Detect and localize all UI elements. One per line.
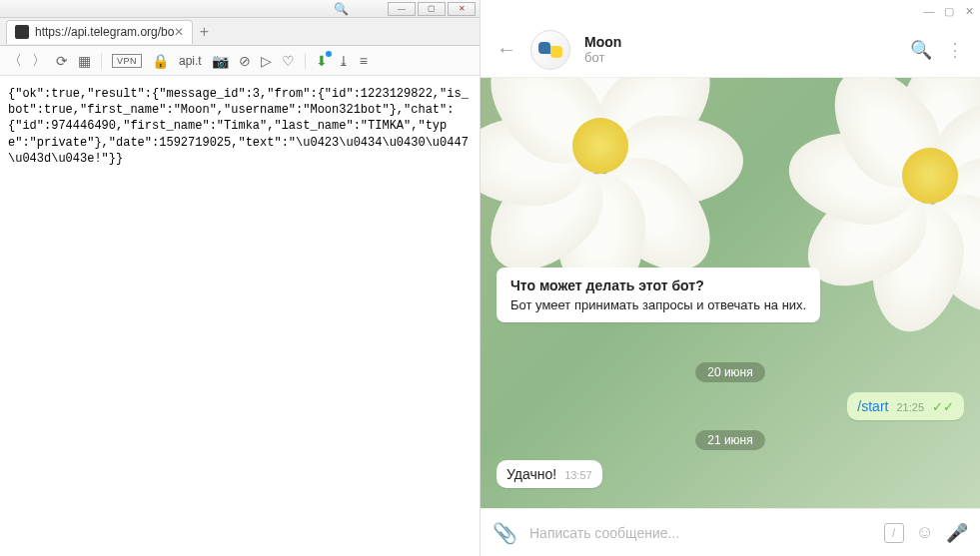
message-time: 21:25 (896, 401, 924, 413)
telegram-titlebar: — ▢ ✕ (481, 0, 980, 22)
window-minimize-button[interactable]: — (388, 2, 416, 16)
message-text: Удачно! (506, 466, 556, 482)
nav-forward-icon[interactable]: 〉 (32, 52, 46, 70)
more-icon[interactable]: ⋮ (946, 39, 964, 61)
bot-info-desc: Бот умеет принимать запросы и отвечать н… (510, 297, 806, 312)
bot-info-card: Что может делать этот бот? Бот умеет при… (496, 268, 820, 322)
chat-subtitle: бот (584, 50, 621, 65)
chat-title-block[interactable]: Moon бот (584, 34, 621, 65)
new-tab-button[interactable]: + (193, 23, 215, 41)
browser-tabbar: https://api.telegram.org/bo ✕ + (0, 18, 480, 46)
message-input[interactable] (529, 525, 872, 541)
chat-name: Moon (584, 34, 621, 50)
favicon-icon (15, 25, 29, 39)
bot-info-title: Что может делать этот бот? (510, 278, 806, 293)
address-text[interactable]: api.t (179, 54, 202, 68)
response-body[interactable]: {"ok":true,"result":{"message_id":3,"fro… (0, 76, 480, 556)
emoji-icon[interactable]: ☺ (916, 522, 934, 543)
window-close-button[interactable]: ✕ (448, 2, 476, 16)
chat-avatar[interactable] (530, 30, 570, 70)
tg-maximize-button[interactable]: ▢ (942, 4, 956, 18)
attach-icon[interactable]: 📎 (492, 521, 517, 545)
window-maximize-button[interactable]: ▢ (418, 2, 446, 16)
voice-icon[interactable]: 🎤 (946, 522, 968, 544)
message-text: /start (857, 398, 888, 414)
send-icon[interactable]: ▷ (261, 53, 272, 69)
tab-close-icon[interactable]: ✕ (174, 25, 184, 39)
messages-scroll[interactable]: Что может делать этот бот? Бот умеет при… (481, 78, 980, 508)
separator (101, 53, 102, 69)
search-icon[interactable]: 🔍 (334, 2, 349, 16)
message-time: 13:57 (564, 469, 592, 481)
date-separator: 21 июня (695, 430, 765, 450)
download-tray-icon[interactable]: ⤓ (338, 53, 350, 69)
chat-area: Что может делать этот бот? Бот умеет при… (481, 78, 980, 508)
browser-toolbar: 〈 〉 ⟳ ▦ VPN 🔒 api.t 📷 ⊘ ▷ ♡ ⬇ ⤓ ≡ (0, 46, 480, 76)
browser-window: 🔍 — ▢ ✕ https://api.telegram.org/bo ✕ + … (0, 0, 481, 556)
heart-icon[interactable]: ♡ (282, 53, 295, 69)
browser-titlebar: 🔍 — ▢ ✕ (0, 0, 480, 18)
outgoing-message[interactable]: /start 21:25 ✓✓ (847, 392, 964, 420)
python-icon (538, 38, 562, 62)
tg-minimize-button[interactable]: — (922, 4, 936, 18)
browser-tab[interactable]: https://api.telegram.org/bo ✕ (6, 20, 193, 44)
tiles-icon[interactable]: ▦ (78, 53, 91, 69)
incoming-message[interactable]: Удачно! 13:57 (496, 460, 602, 488)
download-arrow-icon[interactable]: ⬇ (316, 53, 328, 69)
message-input-bar: 📎 / ☺ 🎤 (481, 508, 980, 556)
telegram-window: — ▢ ✕ ← Moon бот 🔍 ⋮ (481, 0, 980, 556)
tg-close-button[interactable]: ✕ (962, 4, 976, 18)
menu-icon[interactable]: ≡ (360, 53, 368, 69)
reload-icon[interactable]: ⟳ (56, 53, 68, 69)
separator (305, 53, 306, 69)
read-checks-icon: ✓✓ (932, 399, 954, 414)
date-separator: 20 июня (695, 362, 765, 382)
tab-title: https://api.telegram.org/bo (35, 25, 174, 39)
vpn-badge[interactable]: VPN (112, 54, 142, 68)
block-icon[interactable]: ⊘ (239, 53, 251, 69)
search-icon[interactable]: 🔍 (910, 39, 932, 61)
nav-back-icon[interactable]: 〈 (8, 52, 22, 70)
back-arrow-icon[interactable]: ← (496, 38, 516, 61)
chat-header: ← Moon бот 🔍 ⋮ (481, 22, 980, 78)
lock-icon: 🔒 (152, 53, 169, 69)
commands-icon[interactable]: / (884, 523, 904, 543)
camera-icon[interactable]: 📷 (212, 53, 229, 69)
